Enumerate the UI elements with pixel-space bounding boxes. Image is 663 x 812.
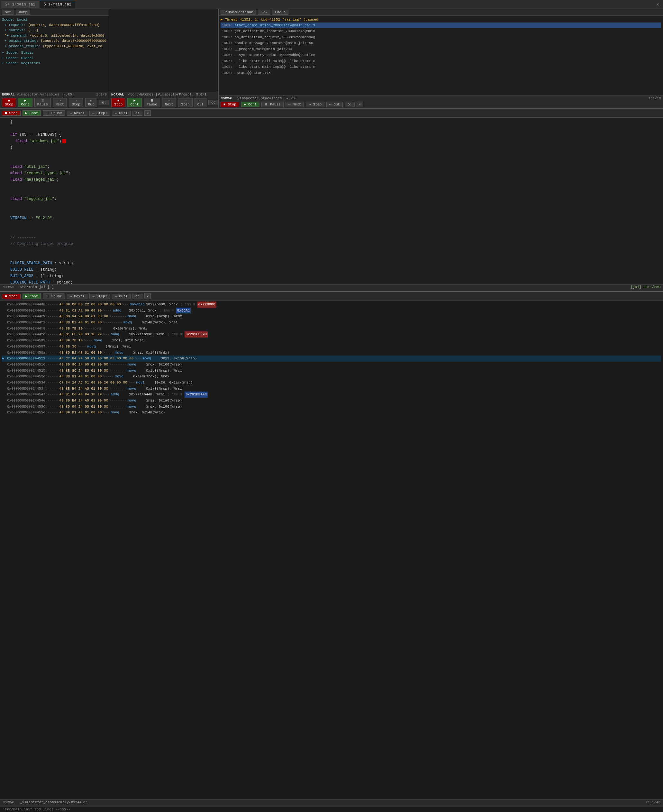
- scope-static: + Scope: Static: [2, 50, 107, 56]
- disasm-line-9: 0x000000000024450a:----- 48 89 B2 48 01 …: [2, 350, 661, 356]
- plus-minus-button-st[interactable]: +/-: [258, 10, 270, 15]
- code-build-args: BUILD_ARGS : [] string;: [3, 273, 660, 280]
- dump-button[interactable]: Dump: [16, 10, 30, 15]
- code-line-load-win: #load "windows.jai";: [3, 138, 660, 145]
- o-colon-button-vars[interactable]: o:: [99, 100, 109, 105]
- code-line-if: #if (OS == .WINDOWS) {: [3, 132, 660, 138]
- disasm-line-7: 0x0000000000244503:----- 48 89 7E 10 >--…: [2, 337, 661, 344]
- close-button-st[interactable]: ✕: [357, 102, 363, 107]
- pause-continue-button[interactable]: Pause/Continue: [221, 10, 256, 15]
- code-blank-10: [3, 247, 660, 254]
- editor-section: ■ Stop ▶ Cont ⏸ Pause → NextI → StepI ← …: [0, 109, 663, 292]
- out-button-st[interactable]: ← Out: [327, 102, 343, 107]
- main-layout: Set Dump Scope: Local + request: {count:…: [0, 9, 663, 812]
- code-line-close1: }: [3, 145, 660, 151]
- stepi-button-editor[interactable]: → StepI: [89, 111, 110, 116]
- out-button-vars[interactable]: ← Out: [85, 98, 97, 107]
- pause-button-vars[interactable]: ⏸ Pause: [34, 98, 51, 107]
- stop-button-st[interactable]: ■ Stop: [221, 102, 239, 107]
- focus-button[interactable]: Focus: [272, 10, 288, 15]
- variables-panel: Set Dump Scope: Local + request: {count:…: [0, 9, 109, 108]
- stepi-button-disasm[interactable]: → StepI: [89, 294, 110, 299]
- var-context: + context: {...}: [2, 27, 107, 33]
- outi-button-disasm[interactable]: ← OutI: [112, 294, 131, 299]
- stack-frame-1001[interactable]: 1001: start_compilation_700001ae4@main.j…: [221, 23, 661, 29]
- outi-button-editor[interactable]: ← OutI: [112, 111, 131, 116]
- stack-frame-1003[interactable]: 1003: on_definition_request_7000026fc@me…: [221, 34, 661, 40]
- cont-button-st[interactable]: ▶ Cont: [241, 102, 260, 107]
- disasm-status: NORMAL _vimspector_disassembly/0x244511 …: [0, 799, 663, 807]
- next-button-st[interactable]: → Next: [286, 102, 304, 107]
- close-icon[interactable]: ✕: [657, 2, 662, 7]
- cont-button-editor[interactable]: ▶ Cont: [23, 110, 41, 116]
- disasm-line-11: 0x000000000024451d:----- 48 89 8C 24 60 …: [2, 362, 661, 368]
- code-comment-2: // Compiling target program: [3, 241, 660, 247]
- nexti-button-editor[interactable]: → NextI: [67, 111, 87, 116]
- variables-btn-bar: ■ Stop ▶ Cont ⏸ Pause → Next → Step ← Ou…: [0, 97, 109, 108]
- stack-frame-1002[interactable]: 1002: get_definition_location_700001b4d@…: [221, 28, 661, 34]
- cont-button-vars[interactable]: ▶ Cont: [18, 98, 32, 107]
- code-blank-2: [3, 151, 660, 158]
- scope-local: Scope: Local: [2, 17, 107, 23]
- stop-button-editor[interactable]: ■ Stop: [2, 111, 21, 116]
- step-button-st[interactable]: → Step: [306, 102, 324, 107]
- code-blank-9: [3, 228, 660, 235]
- next-button-vars[interactable]: → Next: [53, 98, 67, 107]
- var-process-result: + process_result: {type:STILL_RUNNING, e…: [2, 44, 107, 49]
- code-load-logging: #load "logging.jai";: [3, 196, 660, 202]
- top-section: Set Dump Scope: Local + request: {count:…: [0, 9, 663, 109]
- stack-frame-1006[interactable]: 1006: __system_entry_point_100005dd6@Run…: [221, 52, 661, 58]
- code-line-blank-1: [3, 125, 660, 132]
- out-button-watches[interactable]: ← Out: [194, 98, 207, 107]
- stack-frame-1008[interactable]: 1008: __libc_start_main_impl@@__libc_sta…: [221, 64, 661, 70]
- pause-button-editor[interactable]: ⏸ Pause: [43, 110, 65, 116]
- stack-frame-1005[interactable]: 1005: __program_main@main.jai:234: [221, 46, 661, 52]
- stop-button-watches[interactable]: ■ Stop: [111, 98, 125, 107]
- editor-content[interactable]: } #if (OS == .WINDOWS) { #load "windows.…: [0, 118, 663, 284]
- stop-button-disasm[interactable]: ■ Stop: [2, 294, 21, 299]
- disasm-line-19: 0x000000000024455e:----- 48 89 81 48 01 …: [2, 410, 661, 416]
- stacktrace-panel: Pause/Continue +/- Focus ▶ Thread 41352:…: [218, 9, 663, 108]
- tab-main-jai-2[interactable]: 5 s/main.jai: [40, 1, 75, 8]
- code-blank-6: [3, 202, 660, 209]
- pause-button-st[interactable]: ⏸ Pause: [261, 102, 284, 107]
- next-button-watches[interactable]: → Next: [162, 98, 176, 107]
- step-button-watches[interactable]: → Step: [178, 98, 192, 107]
- cont-button-disasm[interactable]: ▶ Cont: [23, 294, 41, 299]
- disasm-line-17: 0x000000000024454e:----- 48 89 B4 24 A0 …: [2, 398, 661, 404]
- disasm-line-15: 0x000000000024453f:----- 48 8B B4 24 A0 …: [2, 386, 661, 392]
- o-colon-button-disasm[interactable]: o:: [133, 294, 142, 299]
- set-button[interactable]: Set: [2, 10, 14, 15]
- editor-toolbar: ■ Stop ▶ Cont ⏸ Pause → NextI → StepI ← …: [0, 109, 663, 118]
- var-command: *+ command: {count:0, allocated:14, data…: [2, 33, 107, 39]
- pause-button-disasm[interactable]: ⏸ Pause: [43, 294, 65, 299]
- nexti-button-disasm[interactable]: → NextI: [67, 294, 87, 299]
- o-colon-button-watches[interactable]: o:: [209, 100, 218, 105]
- close-button-disasm[interactable]: ✕: [144, 294, 151, 299]
- disasm-line-13: 0x000000000024452d:----- 48 8B 91 48 01 …: [2, 373, 661, 379]
- o-colon-button-editor[interactable]: o:: [133, 111, 142, 116]
- scope-registers: + Scope: Registers: [2, 61, 107, 66]
- close-button-editor[interactable]: ✕: [144, 110, 151, 116]
- disasm-line-2: 0x00000000002444e2:----- 48 81 C1 A1 66 …: [2, 308, 661, 314]
- disasm-footer: "src/main.jai" 250 lines --15%--: [0, 807, 663, 812]
- disasm-line-14: 0x0000000000244534:----- C7 84 24 AC 01 …: [2, 379, 661, 386]
- code-logging-path: LOGGING_FILE_PATH : string;: [3, 280, 660, 284]
- variables-toolbar: Set Dump: [0, 9, 109, 16]
- code-blank-5: [3, 190, 660, 196]
- stacktrace-btn-bar: ■ Stop ▶ Cont ⏸ Pause → Next → Step ← Ou…: [218, 101, 663, 108]
- stack-frame-1007[interactable]: 1007: __libc_start_call_main@@__libc_sta…: [221, 58, 661, 64]
- stop-button-vars[interactable]: ■ Stop: [2, 98, 16, 107]
- pause-button-watches[interactable]: ⏸ Pause: [144, 98, 160, 107]
- step-button-vars[interactable]: → Step: [69, 98, 83, 107]
- o-colon-button-st[interactable]: o:: [345, 102, 355, 107]
- stack-frame-1009[interactable]: 1009: _start@@_start:15: [221, 70, 661, 76]
- variables-content: Scope: Local + request: {count:4, data:0…: [0, 16, 109, 92]
- stack-frame-1004[interactable]: 1004: handle_message_700001c9b@main.jai:…: [221, 40, 661, 46]
- tab-main-jai-1[interactable]: 2+ s/main.jai: [1, 1, 39, 8]
- var-request: + request: {count:4, data:0x00007fff4102…: [2, 23, 107, 28]
- cont-button-watches[interactable]: ▶ Cont: [127, 98, 141, 107]
- disasm-line-1: 0x00000000002444d8:----- 48 B9 00 B0 22 …: [2, 302, 661, 308]
- tab-bar: 2+ s/main.jai 5 s/main.jai ✕: [0, 0, 663, 9]
- stacktrace-toolbar: Pause/Continue +/- Focus: [218, 9, 663, 16]
